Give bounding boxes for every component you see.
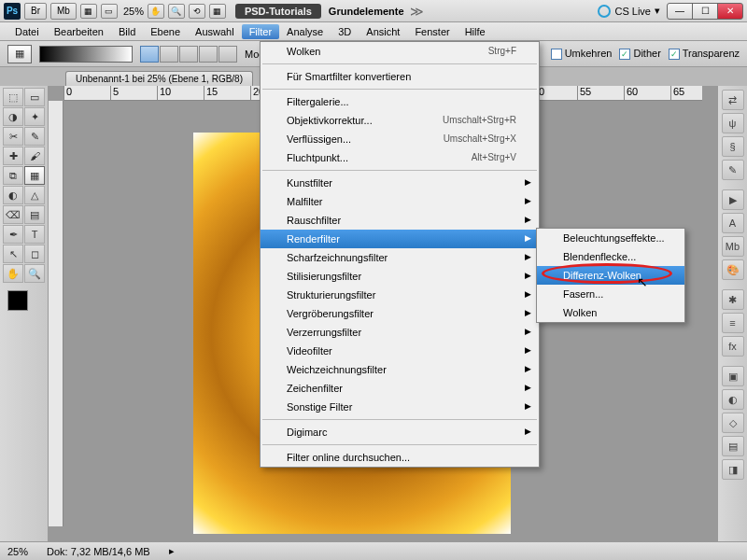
menuitem-scharfzeichnungsfilter[interactable]: Scharfzeichnungsfilter▶ <box>261 248 539 267</box>
menuitem-rauschfilter[interactable]: Rauschfilter▶ <box>261 211 539 230</box>
layout-icon[interactable]: ▦ <box>80 4 97 19</box>
gradient-radial[interactable] <box>160 46 178 63</box>
tool-17[interactable]: ◻ <box>24 245 45 263</box>
menu-filter[interactable]: Filter <box>242 24 279 39</box>
tool-15[interactable]: T <box>24 225 45 244</box>
panel-icon-3[interactable]: ✎ <box>722 160 744 180</box>
menu-ansicht[interactable]: Ansicht <box>359 24 407 39</box>
maximize-button[interactable]: ☐ <box>692 3 718 20</box>
menu-bearbeiten[interactable]: Bearbeiten <box>47 24 111 39</box>
foreground-swatch[interactable] <box>7 290 28 311</box>
tool-5[interactable]: ✎ <box>24 127 45 146</box>
tool-2[interactable]: ◑ <box>3 107 23 126</box>
status-zoom[interactable]: 25% <box>7 546 28 557</box>
rotate-icon[interactable]: ⟲ <box>189 4 205 19</box>
menu-fenster[interactable]: Fenster <box>407 24 457 39</box>
menuitem-verflssigen[interactable]: Verflüssigen...Umschalt+Strg+X <box>261 130 539 148</box>
panel-icon-12[interactable]: ◐ <box>722 389 744 410</box>
tool-11[interactable]: △ <box>24 186 45 204</box>
menuitem-objektivkorrektur[interactable]: Objektivkorrektur...Umschalt+Strg+R <box>261 111 539 130</box>
zoom-display[interactable]: 25% <box>123 6 144 17</box>
gradient-diamond[interactable] <box>218 46 237 63</box>
gradient-angle[interactable] <box>179 46 198 63</box>
panel-icon-10[interactable]: fx <box>722 336 744 357</box>
hand-icon[interactable]: ✋ <box>148 4 164 19</box>
screenmode-icon[interactable]: ▭ <box>101 4 118 19</box>
panel-icon-15[interactable]: ◨ <box>722 459 744 480</box>
submenuitem-fasern[interactable]: Fasern... <box>537 285 684 303</box>
minimize-button[interactable]: — <box>667 3 693 20</box>
panel-icon-11[interactable]: ▣ <box>722 366 744 386</box>
gradient-preview[interactable] <box>39 46 133 63</box>
status-dok[interactable]: Dok: 7,32 MB/14,6 MB <box>47 546 150 557</box>
chevron-icon[interactable]: ≫ <box>410 4 424 19</box>
panel-icon-6[interactable]: Mb <box>722 236 744 257</box>
menu-analyse[interactable]: Analyse <box>279 24 331 39</box>
menuitem-verzerrungsfilter[interactable]: Verzerrungsfilter▶ <box>261 323 539 342</box>
menu-3d[interactable]: 3D <box>331 24 359 39</box>
document-tab[interactable]: Unbenannt-1 bei 25% (Ebene 1, RGB/8) <box>65 71 253 86</box>
minibridge-button[interactable]: Mb <box>50 3 77 20</box>
panel-icon-9[interactable]: ≡ <box>722 313 744 333</box>
submenuitem-differenzwolken[interactable]: Differenz-Wolken <box>537 266 684 285</box>
tool-13[interactable]: ▤ <box>24 205 45 224</box>
arrange-icon[interactable]: ▦ <box>209 4 226 19</box>
menuitem-malfilter[interactable]: Malfilter▶ <box>261 192 539 211</box>
transparency-checkbox[interactable]: ✓ Transparenz <box>669 48 740 60</box>
panel-icon-8[interactable]: ✱ <box>722 289 744 310</box>
panel-icon-4[interactable]: ▶ <box>722 189 744 210</box>
tool-14[interactable]: ✒ <box>3 225 23 244</box>
submenuitem-blendenflecke[interactable]: Blendenflecke... <box>537 247 684 266</box>
dither-checkbox[interactable]: ✓ Dither <box>619 48 660 60</box>
cslive-button[interactable]: CS Live ▾ <box>598 5 660 18</box>
tool-8[interactable]: ⧉ <box>3 166 23 185</box>
menuitem-filtergalerie[interactable]: Filtergalerie... <box>261 92 539 111</box>
panel-icon-1[interactable]: ψ <box>722 113 744 133</box>
menuitem-fluchtpunkt[interactable]: Fluchtpunkt...Alt+Strg+V <box>261 148 539 167</box>
tool-9[interactable]: ▦ <box>24 166 45 185</box>
tool-19[interactable]: 🔍 <box>24 264 45 283</box>
tool-1[interactable]: ▭ <box>24 88 45 106</box>
menuitem-videofilter[interactable]: Videofilter▶ <box>261 342 539 360</box>
panel-icon-14[interactable]: ▤ <box>722 436 744 456</box>
menuitem-wolken[interactable]: WolkenStrg+F <box>261 42 539 61</box>
menuitem-renderfilter[interactable]: Renderfilter▶ <box>261 230 539 248</box>
tool-6[interactable]: ✚ <box>3 147 23 165</box>
menuitem-strukturierungsfilter[interactable]: Strukturierungsfilter▶ <box>261 286 539 304</box>
zoom-icon[interactable]: 🔍 <box>168 4 185 19</box>
submenuitem-wolken[interactable]: Wolken <box>537 303 684 322</box>
menuitem-weichzeichnungsfilter[interactable]: Weichzeichnungsfilter▶ <box>261 360 539 379</box>
menuitem-sonstigefilter[interactable]: Sonstige Filter▶ <box>261 398 539 416</box>
bridge-button[interactable]: Br <box>24 3 47 20</box>
menuitem-vergrberungsfilter[interactable]: Vergröberungsfilter▶ <box>261 304 539 323</box>
gradient-reflected[interactable] <box>199 46 218 63</box>
tool-10[interactable]: ◐ <box>3 186 23 204</box>
tool-4[interactable]: ✂ <box>3 127 23 146</box>
menu-bild[interactable]: Bild <box>111 24 143 39</box>
menu-hilfe[interactable]: Hilfe <box>458 24 493 39</box>
panel-icon-13[interactable]: ◇ <box>722 413 744 433</box>
gradient-linear[interactable] <box>140 46 159 63</box>
tool-3[interactable]: ✦ <box>24 107 45 126</box>
menuitem-stilisierungsfilter[interactable]: Stilisierungsfilter▶ <box>261 267 539 286</box>
tool-18[interactable]: ✋ <box>3 264 23 283</box>
panel-icon-7[interactable]: 🎨 <box>722 259 744 280</box>
tool-0[interactable]: ⬚ <box>3 88 23 106</box>
menuitem-filteronlinedurchsuchen[interactable]: Filter online durchsuchen... <box>261 448 539 467</box>
close-button[interactable]: ✕ <box>717 3 743 20</box>
workspace-tab[interactable]: PSD-Tutorials <box>235 4 321 19</box>
tool-12[interactable]: ⌫ <box>3 205 23 224</box>
menu-auswahl[interactable]: Auswahl <box>188 24 242 39</box>
panel-icon-5[interactable]: A <box>722 213 744 233</box>
submenuitem-beleuchtungseffekte[interactable]: Beleuchtungseffekte... <box>537 229 684 247</box>
panel-icon-2[interactable]: § <box>722 136 744 157</box>
tool-16[interactable]: ↖ <box>3 245 23 263</box>
menu-ebene[interactable]: Ebene <box>143 24 188 39</box>
current-tool-icon[interactable]: ▦ <box>7 45 32 63</box>
menu-datei[interactable]: Datei <box>7 24 47 39</box>
panel-icon-0[interactable]: ⇄ <box>722 90 744 110</box>
menuitem-zeichenfilter[interactable]: Zeichenfilter▶ <box>261 379 539 398</box>
color-swatches[interactable] <box>7 290 41 324</box>
menuitem-kunstfilter[interactable]: Kunstfilter▶ <box>261 174 539 192</box>
menuitem-digimarc[interactable]: Digimarc▶ <box>261 423 539 441</box>
